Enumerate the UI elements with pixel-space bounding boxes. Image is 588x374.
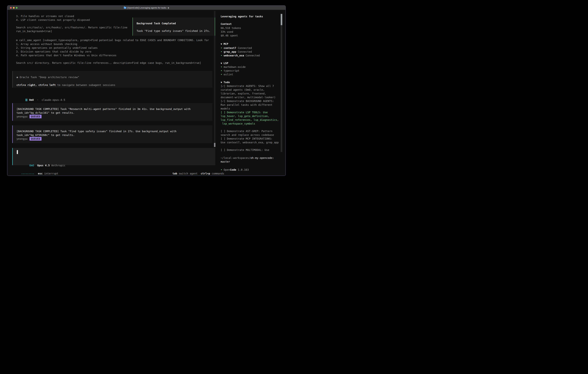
todo-section-header[interactable]: ▼Todo [221, 80, 283, 84]
input-provider: Anthropic [51, 164, 65, 167]
brand-prefix: Open [224, 168, 230, 171]
minimize-button[interactable] [13, 7, 15, 9]
mcp-item-name: grep_app [224, 50, 236, 53]
mcp-item-status: Connected [238, 46, 252, 50]
workspace-repo: oh-my-opencode: [251, 156, 274, 159]
tool-call-item: 2. String operations on potentially unde… [16, 46, 98, 50]
task-message-box: [BACKGROUND TASK COMPLETED] Task "Find t… [12, 125, 212, 143]
lsp-item-name: markdown-oxide [224, 65, 246, 68]
context-tokens: 66,518 tokens [221, 26, 283, 30]
input-model: Opus 4.5 [37, 164, 50, 167]
traffic-lights [10, 6, 18, 10]
todo-line: document-writer, multimodal-looker) [221, 95, 283, 99]
statusbar-left: esc interrupt [12, 168, 58, 176]
status-dot-icon: • [221, 54, 222, 57]
terminal-window: [OpenCode] Leveraging agents for tasks ◑… [7, 5, 286, 176]
todo-line: search and replace across codebase [221, 133, 283, 137]
tool-call-search-line: Search src/ directory. Return specific f… [16, 61, 201, 65]
lsp-item: •eslint [221, 73, 283, 76]
oracle-title-line: ◉ Oracle Task "Deep architecture review" [17, 75, 79, 79]
status-dot-icon: • [221, 73, 222, 76]
chevron-down-icon: ▼ [221, 81, 222, 84]
todo-line: Run parallel tasks with different [221, 103, 283, 107]
mcp-section-header[interactable]: ▼MCP [221, 42, 283, 46]
lsp-header-label: LSP [223, 62, 228, 65]
todo-line: Use context7, websearch_exa, grep_app [221, 141, 283, 144]
record-icon: ◉ [17, 76, 18, 79]
tool-call-item: 1. Array access without bounds checking [16, 42, 77, 46]
scrollback-line: 4. LSP client connections not properly d… [16, 18, 90, 22]
oracle-hint-rest: to navigate between subagent sessions [56, 83, 115, 86]
task-line2: task_id="bg_6f59260c" to get results. [17, 133, 74, 137]
mcp-header-label: MCP [223, 42, 228, 45]
toast-body: Task "Find type safety issues" finished … [136, 29, 210, 33]
window-title-text: [OpenCode] Leveraging agents for tasks [127, 7, 166, 9]
context-header: Context [221, 22, 283, 26]
context-spent: $0.46 spent [221, 34, 283, 37]
esc-key-label: interrupt [44, 172, 58, 175]
session-title: Leveraging agents for tasks [221, 15, 283, 18]
loading-half-circle-icon: ◑ [168, 7, 169, 9]
context-used: 33% used [221, 30, 283, 34]
workspace-branch: master [221, 160, 283, 164]
gear-icon: ⚙ [16, 39, 18, 42]
terminal-body: 3. File handles or streams not closed 4.… [7, 10, 285, 176]
lsp-item-name: typescript [224, 69, 239, 72]
main-scrollbar-thumb[interactable] [214, 143, 215, 147]
todo-line: models [221, 107, 283, 111]
tool-call-item: 4. Path operations that don't handle Win… [16, 53, 116, 57]
status-dot-icon: • [221, 65, 222, 68]
input-agent-name: OmO [29, 164, 34, 167]
status-badge: QUEUED [30, 115, 42, 118]
spinner-dots [22, 172, 35, 175]
todo-line: [ ] Demonstrate MCP INTEGRATIONS: [221, 137, 283, 141]
chevron-down-icon: ▼ [221, 62, 222, 65]
maximize-button[interactable] [16, 7, 18, 9]
todo-line: [✓] Demonstrate BACKGROUND AGENTS: [221, 99, 283, 103]
esc-key-hint: esc [38, 172, 43, 175]
task-meta-line: yeongyuQUEUED [17, 115, 42, 118]
agent-separator: · [37, 98, 39, 101]
lsp-item: •markdown-oxide [221, 65, 283, 69]
commands-key-hint: ctrl+p [201, 172, 210, 175]
status-dot-icon: • [221, 168, 222, 171]
mcp-item: •grep_app Connected [221, 50, 283, 54]
todo-line-active: lsp_find_references, lsp_diagnostics, [221, 118, 283, 122]
mcp-item-name: websearch_exa [224, 54, 244, 57]
text-cursor [17, 150, 18, 154]
agent-name: OmO [29, 98, 34, 101]
agent-model: claude-opus-4-5 [42, 98, 65, 101]
scrollback-line: Search src/tools/, src/hooks/, src/featu… [16, 26, 127, 29]
prompt-input[interactable]: OmO Opus 4.5 Anthropic [12, 148, 215, 165]
version-number: 1.0.163 [238, 168, 249, 171]
close-button[interactable] [10, 7, 12, 9]
mcp-item: •context7 Connected [221, 46, 283, 50]
scrollback-line: 3. File handles or streams not closed [16, 14, 74, 18]
status-dot-icon: • [221, 46, 222, 50]
todo-header-label: Todo [223, 81, 230, 84]
status-dot-icon: • [221, 50, 222, 53]
lsp-section-header[interactable]: ▼LSP [221, 61, 283, 65]
task-author: yeongyu [17, 137, 28, 140]
tab-key-hint: tab [172, 172, 177, 175]
status-badge: QUEUED [30, 137, 42, 141]
todo-line: librarian, explore, frontend, [221, 92, 283, 95]
task-author: yeongyu [17, 115, 28, 118]
opencode-version-line: •OpenCode 1.0.163 [221, 168, 283, 172]
oracle-hint-line: ctrl+x right, ctrl+x left to navigate be… [17, 83, 115, 87]
status-dot-icon: • [221, 69, 222, 72]
task-meta-line: yeongyuQUEUED [17, 137, 42, 141]
scrollback-line: run_in_background=true] [16, 29, 52, 33]
todo-line-active: lsp_workspace_symbols [221, 122, 283, 125]
toast-title: Background Task Completed [136, 21, 176, 25]
mcp-item: •websearch_exa Connected [221, 54, 283, 57]
todo-line-active: lsp_hover, lsp_goto_definition, [221, 114, 283, 118]
chevron-down-icon: ▼ [221, 42, 222, 46]
window-titlebar: [OpenCode] Leveraging agents for tasks ◑ [7, 6, 285, 10]
task-line2: task_id="bg_dcfac161" to get results. [17, 111, 74, 115]
agent-square-icon [25, 99, 27, 101]
lsp-item: •typescript [221, 69, 283, 73]
folder-icon [124, 7, 126, 9]
statusbar-right: tab switch agent ctrl+p commands [163, 168, 215, 176]
mcp-item-name: context7 [224, 46, 236, 50]
